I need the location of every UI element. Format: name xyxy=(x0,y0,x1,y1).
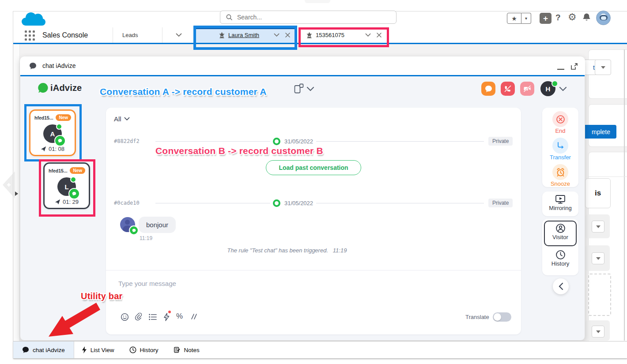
bg-dropdown-button[interactable] xyxy=(592,221,604,233)
utility-notes[interactable]: Notes xyxy=(166,341,207,358)
thread-date: 31/05/2022 xyxy=(284,200,313,206)
annotation-box-conversation-b xyxy=(39,159,95,217)
divider xyxy=(155,141,270,142)
mark-complete-label: mplete xyxy=(592,128,610,135)
chat-window-titlebar[interactable] xyxy=(20,56,585,75)
translate-label: Translate xyxy=(465,314,489,320)
browser-notch xyxy=(305,0,330,3)
message-time: 11:19 xyxy=(140,235,152,241)
chat-channel-button[interactable] xyxy=(481,82,495,96)
snooze-alarm-icon xyxy=(552,164,568,180)
emoji-icon[interactable] xyxy=(121,313,129,321)
bg-tab-fragment: is xyxy=(585,178,611,208)
call-disabled-button[interactable] xyxy=(501,82,515,96)
system-note: The rule "Test chat" has been triggered.… xyxy=(181,247,393,254)
system-note-time: 11:19 xyxy=(333,247,347,254)
chevron-down-icon[interactable] xyxy=(559,86,567,91)
divider xyxy=(155,203,270,203)
favorites-caret-icon[interactable]: ▾ xyxy=(521,13,531,24)
system-note-text: The rule "Test chat" has been triggered. xyxy=(227,247,328,254)
chat-window-title: chat iAdvize xyxy=(42,62,76,69)
global-search[interactable] xyxy=(220,11,397,24)
message-filter[interactable]: All xyxy=(114,115,130,123)
actions-dropdown-button[interactable] xyxy=(595,60,611,75)
minimize-icon[interactable] xyxy=(557,69,564,70)
load-past-conversation-button[interactable]: Load past conversation xyxy=(266,160,361,175)
chat-bubble-icon xyxy=(132,229,136,233)
utility-history[interactable]: History xyxy=(122,341,166,358)
chat-bubble-icon xyxy=(485,85,492,93)
translate-toggle[interactable] xyxy=(493,312,511,322)
search-input[interactable] xyxy=(236,13,370,21)
transfer-button[interactable]: Transfer xyxy=(542,138,578,161)
user-avatar[interactable] xyxy=(596,11,611,25)
iadvize-bubble-icon xyxy=(37,82,49,94)
collapse-rail-button[interactable] xyxy=(553,278,569,294)
tab-leads[interactable]: Leads xyxy=(113,27,162,43)
device-switch-icon[interactable] xyxy=(294,83,304,94)
canned-responses-icon[interactable] xyxy=(149,314,157,320)
quick-actions-bolt-icon[interactable] xyxy=(163,313,170,321)
panel-expand-arrow-icon[interactable] xyxy=(3,171,16,199)
app-launcher-icon[interactable] xyxy=(25,30,35,41)
bg-dropdown-button[interactable] xyxy=(592,252,604,264)
bg-dropzone xyxy=(588,274,611,316)
utility-item-label: History xyxy=(140,347,159,353)
agent-initial: H xyxy=(546,85,551,93)
utility-bar: chat iAdvize List View History Notes xyxy=(13,341,627,358)
plus-icon: + xyxy=(543,14,548,23)
status-ring-icon xyxy=(273,199,280,207)
setup-gear-icon[interactable]: ⚙ xyxy=(568,11,577,23)
annotation-conversation-a: Conversation A -> record customer A xyxy=(100,86,267,97)
phone-slash-icon xyxy=(504,85,512,93)
dropdown-caret-icon xyxy=(596,225,601,228)
toggle-knob xyxy=(494,313,501,321)
shortcuts-icon[interactable] xyxy=(190,313,198,320)
composer-placeholder: Type your message xyxy=(118,280,176,287)
utility-list-view[interactable]: List View xyxy=(74,341,122,358)
end-button[interactable]: End xyxy=(542,111,578,134)
status-ring-icon xyxy=(273,138,280,145)
chevron-down-icon xyxy=(124,117,130,121)
history-button[interactable]: History xyxy=(542,250,578,267)
bg-dropdown-button[interactable] xyxy=(592,326,604,338)
dropdown-caret-icon xyxy=(601,66,605,69)
filter-label: All xyxy=(114,115,121,123)
tab-leads-caret[interactable] xyxy=(162,27,196,43)
thread-hash: #8822df2 xyxy=(114,138,140,144)
discount-icon[interactable]: % xyxy=(176,312,183,321)
notification-bell-icon[interactable] xyxy=(582,12,591,23)
thread-hash: #0cade10 xyxy=(114,200,140,206)
brand-divider xyxy=(20,75,585,76)
global-actions-button[interactable]: + xyxy=(540,13,551,24)
utility-item-label: List View xyxy=(91,347,114,353)
popout-icon[interactable] xyxy=(570,63,578,70)
help-button[interactable]: ? xyxy=(555,13,561,23)
agent-presence-dot xyxy=(551,80,558,87)
utility-item-label: chat iAdvize xyxy=(33,347,65,353)
window-bottom-edge xyxy=(13,358,627,359)
mirroring-label: Mirroring xyxy=(549,205,571,211)
iadvize-logo: iAdvize xyxy=(37,82,82,94)
visitor-button[interactable]: Visitor xyxy=(542,223,578,240)
chevron-left-icon xyxy=(559,282,563,290)
annotation-box-conversation-a xyxy=(24,104,82,161)
visitor-person-icon xyxy=(555,223,566,233)
mirroring-button[interactable]: Mirroring xyxy=(542,195,578,211)
transfer-arrow-icon xyxy=(552,138,568,154)
panel-handle-icon[interactable] xyxy=(15,191,18,196)
favorite-star-icon[interactable]: ★ xyxy=(507,13,521,24)
favorites-control[interactable]: ★ ▾ xyxy=(507,13,531,24)
snooze-button[interactable]: Snooze xyxy=(542,164,578,187)
page-scrollbar[interactable] xyxy=(624,49,625,341)
screen: ★ ▾ + ? ⚙ Sales Console Leads Laura Smit… xyxy=(0,0,627,364)
transfer-label: Transfer xyxy=(550,154,571,161)
attachment-icon[interactable] xyxy=(135,313,143,321)
chevron-down-icon[interactable] xyxy=(306,86,314,91)
privacy-badge: Private xyxy=(488,137,513,146)
utility-chat-iadvize[interactable]: chat iAdvize xyxy=(13,341,74,358)
notification-dot xyxy=(168,311,171,313)
utility-item-label: Notes xyxy=(184,347,200,353)
video-disabled-button[interactable] xyxy=(520,82,534,96)
message-bubble: bonjour xyxy=(139,217,176,233)
